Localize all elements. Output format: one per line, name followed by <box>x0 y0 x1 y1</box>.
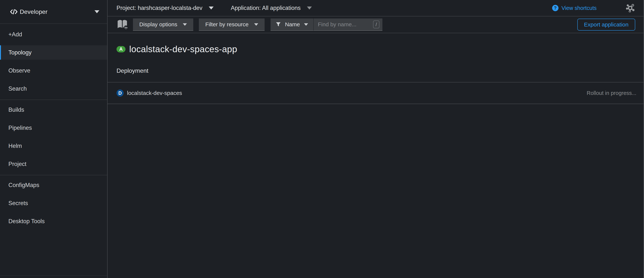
sidebar-item-search[interactable]: Search <box>0 82 107 96</box>
sidebar-item-desktop-tools[interactable]: Desktop Tools <box>0 214 107 228</box>
chevron-down-icon <box>254 23 258 26</box>
application-title: localstack-dev-spaces-app <box>129 44 237 54</box>
sidebar: Developer +Add Topology Observe Search B… <box>0 0 108 278</box>
deployment-badge: D <box>116 90 124 97</box>
application-switcher-label: Application: All applications <box>231 5 300 11</box>
name-filter-label: Name <box>285 21 300 28</box>
topology-icon[interactable] <box>626 4 635 12</box>
topology-list-view: A localstack-dev-spaces-app Deployment D… <box>108 33 644 278</box>
sidebar-item-configmaps[interactable]: ConfigMaps <box>0 178 107 192</box>
sidebar-item-secrets[interactable]: Secrets <box>0 196 107 210</box>
list-item-deployment[interactable]: D localstack-dev-spaces Rollout in progr… <box>108 82 644 104</box>
resource-status: Rollout in progress... <box>587 90 636 96</box>
filter-by-resource-dropdown[interactable]: Filter by resource <box>199 18 264 31</box>
slash-shortcut-key: / <box>373 20 380 28</box>
filter-icon <box>276 22 281 27</box>
filter-by-resource-label: Filter by resource <box>205 21 248 28</box>
find-by-name-input[interactable] <box>318 21 371 28</box>
developer-console: Developer +Add Topology Observe Search B… <box>0 0 644 278</box>
catalog-add-icon[interactable] <box>116 19 128 30</box>
code-icon <box>10 8 18 15</box>
application-badge: A <box>116 46 126 52</box>
perspective-label: Developer <box>20 8 92 15</box>
topology-toolbar: Display options Filter by resource Name <box>108 16 644 33</box>
view-shortcuts-link[interactable]: ? View shortcuts <box>552 5 596 11</box>
resource-list: D localstack-dev-spaces Rollout in progr… <box>108 82 644 104</box>
resource-name[interactable]: localstack-dev-spaces <box>127 90 182 96</box>
name-filter-group: Name / <box>270 18 382 31</box>
display-options-label: Display options <box>139 21 177 28</box>
sidebar-item-pipelines[interactable]: Pipelines <box>0 121 107 135</box>
application-group-header: A localstack-dev-spaces-app <box>116 44 634 54</box>
chevron-down-icon <box>304 23 308 26</box>
export-application-button[interactable]: Export application <box>577 19 635 31</box>
sidebar-item-builds[interactable]: Builds <box>0 103 107 117</box>
application-switcher[interactable]: Application: All applications <box>231 5 312 11</box>
sidebar-item-project[interactable]: Project <box>0 157 107 171</box>
display-options-dropdown[interactable]: Display options <box>133 18 193 31</box>
perspective-switcher[interactable]: Developer <box>0 0 107 24</box>
main-area: Project: harshcasper-localsta-dev Applic… <box>108 0 644 278</box>
name-filter-dropdown[interactable]: Name <box>270 18 314 31</box>
chevron-down-icon <box>307 6 312 9</box>
sidebar-item-observe[interactable]: Observe <box>0 63 107 78</box>
chevron-down-icon <box>94 10 99 13</box>
resource-kind-heading: Deployment <box>116 67 634 74</box>
context-bar: Project: harshcasper-localsta-dev Applic… <box>108 0 644 16</box>
view-shortcuts-label: View shortcuts <box>562 5 596 11</box>
chevron-down-icon <box>183 23 187 26</box>
sidebar-item-helm[interactable]: Helm <box>0 139 107 153</box>
sidebar-divider <box>0 175 107 175</box>
sidebar-item-add[interactable]: +Add <box>0 27 107 42</box>
project-switcher-label: Project: harshcasper-localsta-dev <box>116 5 202 11</box>
project-switcher[interactable]: Project: harshcasper-localsta-dev <box>116 5 214 11</box>
sidebar-divider <box>0 100 107 100</box>
sidebar-item-topology[interactable]: Topology <box>0 45 107 60</box>
find-by-name-field: / <box>314 18 382 31</box>
chevron-down-icon <box>209 6 214 9</box>
question-circle-icon: ? <box>552 5 558 11</box>
sidebar-nav: +Add Topology Observe Search Builds Pipe… <box>0 24 107 232</box>
